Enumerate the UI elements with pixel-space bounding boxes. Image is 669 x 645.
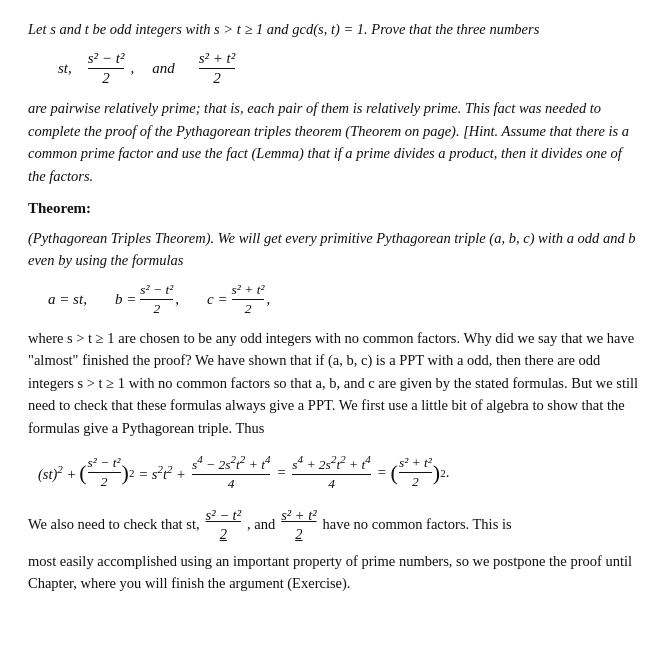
c-frac-num: s² + t²: [232, 282, 265, 300]
pyth-sq1: 2: [129, 467, 135, 479]
theorem-body: (Pythagorean Triples Theorem). We will g…: [28, 227, 641, 272]
st-label: st,: [58, 60, 72, 77]
pyth-period: .: [446, 464, 450, 481]
pyth-eq1: = s2t2 +: [138, 463, 186, 483]
last-check-frac1: s² − t² 2: [206, 506, 241, 544]
c-frac-den: 2: [245, 300, 252, 317]
para2: where s > t ≥ 1 are chosen to be any odd…: [28, 327, 641, 439]
pyth-final-open-paren: (: [391, 462, 398, 484]
last-frac2-num: s² + t²: [281, 506, 316, 525]
c-comma: ,: [266, 291, 270, 308]
last-check-suffix: have no common factors. This is: [323, 510, 512, 539]
intro-paragraph: Let s and t be odd integers with s > t ≥…: [28, 18, 641, 40]
pyth-part1: (st)2 +: [38, 463, 76, 483]
last-check-frac2: s² + t² 2: [281, 506, 316, 544]
formula-row: a = st, b = s² − t² 2 , c = s² + t² 2 ,: [48, 282, 641, 317]
last-paragraph: most easily accomplished using an import…: [28, 550, 641, 595]
b-frac: s² − t² 2: [140, 282, 173, 317]
last-frac1-num: s² − t²: [206, 506, 241, 525]
pyth-final-frac: s² + t² 2: [399, 455, 432, 490]
frac2-numerator: s² + t²: [199, 50, 236, 69]
last-frac2-den: 2: [295, 525, 302, 544]
pyth-frac1: s² − t² 2: [88, 455, 121, 490]
pyth-frac3-den: 4: [328, 475, 335, 492]
b-label: b =: [115, 291, 136, 308]
frac1-numerator: s² − t²: [88, 50, 125, 69]
pyth-close-paren: ): [122, 462, 129, 484]
pyth-frac1-den: 2: [101, 473, 108, 490]
pyth-frac2: s4 − 2s2t2 + t4 4: [192, 453, 271, 492]
para1: are pairwise relatively prime; that is, …: [28, 97, 641, 187]
c-formula: c = s² + t² 2 ,: [207, 282, 270, 317]
b-formula: b = s² − t² 2 ,: [115, 282, 179, 317]
a-formula: a = st,: [48, 291, 87, 308]
pyth-final-close-paren: ): [433, 462, 440, 484]
frac1-denominator: 2: [102, 69, 110, 87]
pythagorean-equation: (st)2 + ( s² − t² 2 ) 2 = s2t2 + s4 − 2s…: [38, 453, 641, 492]
comma1: ,: [130, 60, 134, 77]
pyth-final-num: s² + t²: [399, 455, 432, 473]
frac1: s² − t² 2: [88, 50, 125, 87]
pyth-frac3-num: s4 + 2s2t2 + t4: [292, 453, 371, 475]
a-label: a = st,: [48, 291, 87, 308]
display-fractions-row: st, s² − t² 2 , and s² + t² 2: [58, 50, 641, 87]
and-word: and: [152, 60, 175, 77]
pyth-eq2: =: [276, 464, 286, 481]
pyth-open-paren: (: [79, 462, 86, 484]
pyth-frac2-num: s4 − 2s2t2 + t4: [192, 453, 271, 475]
pyth-frac3: s4 + 2s2t2 + t4 4: [292, 453, 371, 492]
pyth-eq3: =: [377, 464, 387, 481]
b-comma: ,: [175, 291, 179, 308]
b-frac-num: s² − t²: [140, 282, 173, 300]
pyth-frac2-den: 4: [228, 475, 235, 492]
frac2: s² + t² 2: [199, 50, 236, 87]
c-label: c =: [207, 291, 228, 308]
frac2-denominator: 2: [213, 69, 221, 87]
pyth-final-den: 2: [412, 473, 419, 490]
c-frac: s² + t² 2: [232, 282, 265, 317]
last-check-line: We also need to check that st, s² − t² 2…: [28, 506, 641, 544]
last-frac1-den: 2: [220, 525, 227, 544]
pyth-frac1-num: s² − t²: [88, 455, 121, 473]
theorem-label: Theorem:: [28, 197, 641, 220]
b-frac-den: 2: [153, 300, 160, 317]
last-check-prefix: We also need to check that st,: [28, 510, 200, 539]
last-comma-and: , and: [247, 510, 275, 539]
